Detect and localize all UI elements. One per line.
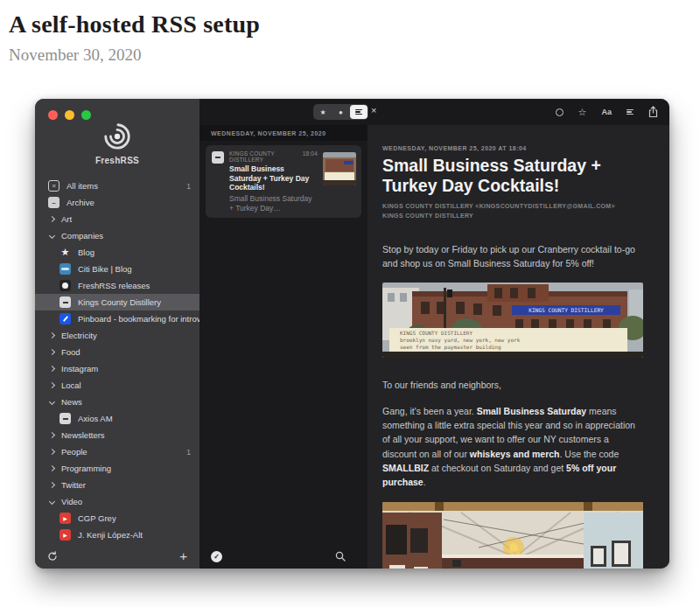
list-date-header: WEDNESDAY, NOVEMBER 25, 2020 (200, 125, 368, 141)
page-title: A self-hosted RSS setup (9, 10, 700, 38)
article-author: KINGS COUNTY DISTILLERY <KINGSCOUNTYDIST… (382, 202, 645, 212)
sidebar-feed-citibike[interactable]: Citi Bike | Blog (35, 261, 200, 277)
close-article-button[interactable]: × (371, 105, 376, 115)
star-icon: ★ (320, 108, 326, 116)
chevron-right-icon (49, 382, 55, 388)
article-pane: WEDNESDAY, NOVEMBER 25, 2020 AT 18:04 Sm… (368, 125, 669, 569)
github-feed-icon (60, 280, 71, 291)
sidebar-group-video[interactable]: Video (35, 493, 200, 510)
sidebar-group-twitter[interactable]: Twitter (35, 477, 200, 493)
chevron-right-icon (49, 332, 55, 338)
chevron-down-icon (49, 399, 55, 405)
sidebar-feed-pinboard[interactable]: Pinboard - bookmarking for introverts (35, 310, 200, 327)
toolbar-right-icons: ☆ Aa (556, 99, 658, 125)
sidebar-item-archive[interactable]: – Archive (35, 194, 200, 211)
youtube-feed-icon: ▶ (60, 529, 71, 541)
svg-text:KINGS COUNTY DISTILLERY: KINGS COUNTY DISTILLERY (528, 307, 604, 313)
article-paragraph: Gang, it's been a year. Small Business S… (382, 404, 645, 490)
item-thumbnail (323, 152, 356, 185)
toolbar: ★ ● × ☆ Aa (200, 99, 669, 125)
item-preview: Small Business Saturday + Turkey Day Coc… (229, 194, 318, 213)
item-time: 18:04 (299, 150, 318, 163)
sidebar-feed-cgp-grey[interactable]: ▶ CGP Grey (35, 510, 200, 527)
youtube-feed-icon: ▶ (60, 513, 71, 524)
chevron-right-icon (49, 449, 55, 455)
article-paragraph: To our friends and neighbors, (382, 378, 645, 392)
add-feed-button[interactable]: + (179, 548, 187, 563)
article-list-item[interactable]: KINGS COUNTY DISTILLERY 18:04 Small Busi… (206, 145, 361, 218)
sidebar-group-instagram[interactable]: Instagram (35, 360, 200, 377)
sidebar-group-art[interactable]: Art (35, 211, 200, 227)
sidebar-nav: ≡ All items 1 – Archive Art Companies ★ … (35, 178, 200, 543)
blog-header: A self-hosted RSS setup November 30, 202… (0, 0, 700, 65)
app-name: FreshRSS (95, 156, 139, 165)
article-list-pane: WEDNESDAY, NOVEMBER 25, 2020 KINGS COUNT… (200, 125, 368, 569)
chevron-right-icon (49, 432, 55, 438)
citibike-feed-icon (60, 263, 71, 275)
window-controls (35, 99, 200, 120)
article-image-building: KINGS COUNTY DISTILLERY KINGS COUNTY DIS… (382, 283, 643, 358)
freshrss-logo-icon (102, 122, 132, 151)
chevron-right-icon (49, 482, 55, 488)
article-image-interior (382, 502, 643, 569)
pinboard-feed-icon (60, 313, 71, 324)
close-window-button[interactable] (48, 110, 58, 120)
article-feed-name: KINGS COUNTY DISTILLERY (382, 212, 645, 221)
filter-all-tab[interactable] (350, 105, 368, 119)
main-area: ★ ● × ☆ Aa (200, 99, 669, 569)
sidebar-group-news[interactable]: News (35, 394, 200, 410)
sidebar-feed-blog[interactable]: ★ Blog (35, 244, 200, 261)
mark-unread-icon[interactable] (556, 108, 564, 116)
page-date: November 30, 2020 (9, 45, 700, 65)
chevron-down-icon (49, 233, 55, 239)
sidebar-group-people[interactable]: People 1 (35, 443, 200, 460)
sidebar-feed-axios-am[interactable]: Axios AM (35, 410, 200, 427)
chevron-right-icon (49, 216, 55, 222)
svg-text:KINGS COUNTY DISTILLERY: KINGS COUNTY DISTILLERY (400, 330, 472, 336)
sidebar-footer: + (35, 543, 200, 569)
filter-segmented-control: ★ ● (313, 104, 368, 120)
sidebar-group-electricity[interactable]: Electricity (35, 327, 200, 344)
text-format-icon[interactable]: Aa (601, 108, 612, 116)
app-logo: FreshRSS (35, 122, 200, 165)
zoom-window-button[interactable] (81, 110, 91, 120)
filter-starred-tab[interactable]: ★ (314, 105, 332, 119)
chevron-down-icon (49, 499, 55, 505)
star-feed-icon: ★ (60, 247, 71, 258)
search-icon[interactable] (335, 551, 346, 562)
share-icon[interactable] (648, 106, 658, 118)
sidebar-item-all-items[interactable]: ≡ All items 1 (35, 178, 200, 194)
archive-icon: – (48, 197, 60, 208)
mark-all-read-icon[interactable]: ✓ (211, 551, 222, 562)
chevron-right-icon (49, 366, 55, 372)
text-align-icon[interactable] (626, 109, 634, 115)
list-footer: ✓ (200, 544, 368, 569)
svg-text:brooklyn navy yard, new york,: brooklyn navy yard, new york, new york (400, 337, 521, 344)
sidebar-group-newsletters[interactable]: Newsletters (35, 427, 200, 443)
svg-text:seen from the paymaster buildi: seen from the paymaster building (400, 344, 501, 351)
sidebar-feed-kenji[interactable]: ▶ J. Kenji López-Alt (35, 527, 200, 543)
unread-count: 1 (186, 182, 191, 191)
dot-icon: ● (339, 108, 343, 116)
article-date: WEDNESDAY, NOVEMBER 25, 2020 AT 18:04 (382, 145, 645, 151)
freshrss-window: FreshRSS ≡ All items 1 – Archive Art Com… (35, 99, 669, 569)
sidebar-group-programming[interactable]: Programming (35, 460, 200, 477)
sidebar-group-food[interactable]: Food (35, 344, 200, 360)
item-title: Small Business Saturday + Turkey Day Coc… (229, 164, 318, 192)
favorite-star-icon[interactable]: ☆ (578, 107, 587, 118)
sidebar-group-companies[interactable]: Companies (35, 227, 200, 244)
sidebar-feed-kings-county-distillery[interactable]: Kings County Distillery (35, 294, 200, 310)
list-lines-icon (355, 109, 362, 115)
sidebar-feed-freshrss-releases[interactable]: FreshRSS releases (35, 277, 200, 294)
chevron-right-icon (49, 349, 55, 355)
chevron-right-icon (49, 465, 55, 471)
kings-county-feed-icon (60, 297, 71, 308)
filter-unread-tab[interactable]: ● (332, 105, 349, 119)
item-feed-name: KINGS COUNTY DISTILLERY (229, 150, 299, 163)
minimize-window-button[interactable] (65, 110, 74, 120)
refresh-icon[interactable] (47, 551, 58, 562)
sidebar: FreshRSS ≡ All items 1 – Archive Art Com… (35, 99, 200, 569)
sidebar-group-local[interactable]: Local (35, 377, 200, 394)
all-items-icon: ≡ (48, 180, 60, 192)
article-title: Small Business Saturday + Turkey Day Coc… (382, 156, 645, 196)
